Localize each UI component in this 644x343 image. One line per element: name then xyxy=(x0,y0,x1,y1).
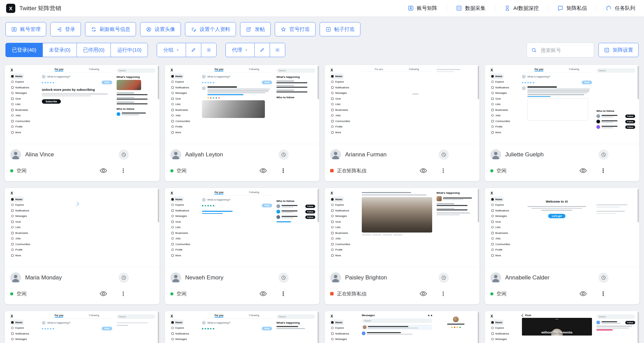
nav-matrix-dm[interactable]: 矩阵私信 xyxy=(548,4,596,13)
more-menu-button[interactable] xyxy=(440,166,447,175)
mini-emoji xyxy=(213,97,214,99)
official-account-button[interactable]: 官号打造 xyxy=(275,22,316,36)
thumbnail-scrollbar[interactable] xyxy=(638,66,639,99)
text-line xyxy=(207,86,237,88)
schedule-button[interactable] xyxy=(278,273,289,283)
view-button[interactable] xyxy=(99,166,108,175)
proxy-edit-button[interactable] xyxy=(254,43,270,57)
set-profile-button[interactable]: 设置个人资料 xyxy=(185,22,236,36)
tab-running[interactable]: 运行中(10) xyxy=(111,43,148,57)
account-screenshot-thumbnail[interactable]: XHomeExploreNotificationsMessagesGrokLis… xyxy=(485,188,640,267)
mini-sidebar-item: Jobs xyxy=(490,236,503,242)
view-button[interactable] xyxy=(259,289,268,298)
thumbnail-scrollbar[interactable] xyxy=(158,312,159,343)
mini-media-icon xyxy=(45,82,46,83)
text-line xyxy=(601,115,617,116)
proxy-dropdown[interactable]: 代理 xyxy=(225,43,255,57)
thumbnail-scrollbar[interactable] xyxy=(318,312,319,343)
mini-item-icon xyxy=(171,232,174,234)
thumbnail-scrollbar[interactable] xyxy=(638,312,639,343)
account-manage-button[interactable]: 账号管理 xyxy=(5,22,46,36)
search-input[interactable] xyxy=(540,47,590,53)
account-screenshot-thumbnail[interactable]: XHomeExploreNotificationsMessagesGrokLis… xyxy=(5,188,159,267)
tab-disabled[interactable]: 已停用(0) xyxy=(77,43,111,57)
view-button[interactable] xyxy=(579,166,588,175)
thumbnail-scrollbar[interactable] xyxy=(478,66,479,99)
account-screenshot-thumbnail[interactable]: XHomeExploreNotificationsMessagesGrokLis… xyxy=(325,65,479,144)
thumbnail-scrollbar[interactable] xyxy=(638,189,639,222)
schedule-button[interactable] xyxy=(439,273,449,283)
mini-post-header: Post xyxy=(522,314,592,317)
thumbnail-scrollbar[interactable] xyxy=(318,66,319,99)
account-screenshot-thumbnail[interactable]: XHomeExploreNotificationsMessagesFor you… xyxy=(5,311,159,343)
account-screenshot-thumbnail[interactable]: XHomeExploreNotificationsMessagesFor you… xyxy=(165,311,320,343)
matrix-settings-button[interactable]: 矩阵设置 xyxy=(598,43,639,57)
more-menu-button[interactable] xyxy=(600,289,607,298)
schedule-button[interactable] xyxy=(119,150,129,160)
mini-emoji-row xyxy=(437,327,475,328)
nav-data-collect[interactable]: 数据采集 xyxy=(446,4,495,13)
account-screenshot-thumbnail[interactable]: XHomeExploreNotificationsMessagesPost…wi… xyxy=(485,311,640,343)
account-screenshot-thumbnail[interactable]: XHomeExploreNotificationsMessagesGrokLis… xyxy=(325,188,479,267)
text-line xyxy=(437,208,454,209)
mini-item-icon xyxy=(171,332,174,335)
group-dropdown[interactable]: 分组 xyxy=(157,43,186,57)
mini-item-icon xyxy=(331,120,334,122)
schedule-button[interactable] xyxy=(119,273,129,283)
mini-tweet-photo xyxy=(202,100,265,118)
account-name-row: Arianna Furman xyxy=(330,147,474,162)
refresh-accounts-button[interactable]: 刷新账号信息 xyxy=(85,22,136,36)
account-avatar xyxy=(330,149,341,160)
schedule-button[interactable] xyxy=(598,273,609,283)
view-button[interactable] xyxy=(99,289,108,298)
view-button[interactable] xyxy=(259,166,268,175)
more-menu-button[interactable] xyxy=(600,166,607,175)
more-menu-button[interactable] xyxy=(120,289,127,298)
mini-item-label: Profile xyxy=(175,248,183,251)
tab-not-logged-in[interactable]: 未登录(0) xyxy=(43,43,77,57)
mini-sidebar-item: Grok xyxy=(490,96,503,102)
account-screenshot-thumbnail[interactable]: XHomeExploreNotificationsMessagesGrokLis… xyxy=(165,188,320,267)
more-menu-button[interactable] xyxy=(120,166,127,175)
schedule-button[interactable] xyxy=(278,150,289,160)
text-line xyxy=(443,199,464,200)
account-screenshot-thumbnail[interactable]: XHomeExploreNotificationsMessagesGrokLis… xyxy=(5,65,159,144)
view-button[interactable] xyxy=(419,289,428,298)
view-button[interactable] xyxy=(579,289,588,298)
mini-item-label: Explore xyxy=(15,326,24,329)
group-edit-button[interactable] xyxy=(186,43,201,57)
mini-item-icon xyxy=(11,198,14,201)
tab-logged-in[interactable]: 已登录(40) xyxy=(5,43,43,57)
set-avatar-button[interactable]: 设置头像 xyxy=(140,22,181,36)
schedule-button[interactable] xyxy=(439,150,449,160)
mini-item-icon xyxy=(331,338,334,340)
text-line xyxy=(437,71,454,72)
mini-item-label: Home xyxy=(495,321,503,324)
nav-task-queue[interactable]: 任务队列 xyxy=(596,4,638,13)
post-builder-button[interactable]: 帖子打造 xyxy=(320,22,360,36)
thumbnail-scrollbar[interactable] xyxy=(318,189,319,222)
account-screenshot-thumbnail[interactable]: XHomeExploreNotificationsMessagesMessage… xyxy=(325,311,479,343)
thumbnail-scrollbar[interactable] xyxy=(478,189,479,222)
schedule-button[interactable] xyxy=(598,150,609,160)
more-menu-button[interactable] xyxy=(280,166,287,175)
mini-sidebar-item: Notifications xyxy=(329,85,351,90)
thumbnail-scrollbar[interactable] xyxy=(158,189,159,222)
mini-item-label: Explore xyxy=(175,203,184,206)
login-button[interactable]: 登录 xyxy=(50,22,81,36)
thumbnail-scrollbar[interactable] xyxy=(158,66,159,99)
nav-ai-mining[interactable]: AI数据深挖 xyxy=(495,4,548,13)
nav-account-matrix[interactable]: 账号矩阵 xyxy=(399,4,446,13)
thumbnail-scrollbar[interactable] xyxy=(478,312,479,343)
post-button[interactable]: 发帖 xyxy=(240,22,271,36)
more-menu-button[interactable] xyxy=(280,289,287,298)
group-settings-button[interactable] xyxy=(201,43,217,57)
account-screenshot-thumbnail[interactable]: XHomeExploreNotificationsMessagesGrokLis… xyxy=(485,65,640,144)
view-button[interactable] xyxy=(419,166,428,175)
more-menu-button[interactable] xyxy=(440,289,447,298)
mini-sidebar-item: Explore xyxy=(490,79,506,85)
proxy-settings-button[interactable] xyxy=(270,43,285,57)
account-screenshot-thumbnail[interactable]: XHomeExploreNotificationsMessagesGrokLis… xyxy=(165,65,320,144)
mini-item-label: Home xyxy=(175,198,183,201)
account-name-row: Maria Monday xyxy=(10,270,154,286)
